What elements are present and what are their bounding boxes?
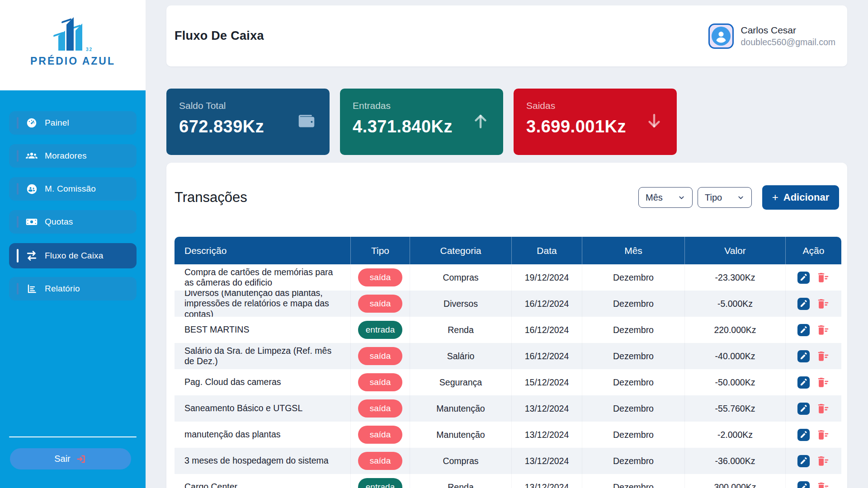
edit-button[interactable]	[797, 428, 811, 442]
cell-descricao: Salário da Sra. de Limpeza (Ref. mês de …	[175, 343, 350, 369]
user-icon	[712, 27, 731, 46]
cell-acao	[785, 264, 841, 291]
cell-mes: Dezembro	[582, 422, 684, 448]
card-label: Saldo Total	[179, 100, 317, 111]
edit-icon	[797, 271, 811, 285]
commission-icon	[25, 183, 38, 195]
card-saldo-total: Saldo Total 672.839Kz	[166, 89, 330, 155]
cell-data: 16/12/2024	[511, 291, 582, 317]
tipo-badge: entrada	[358, 321, 402, 339]
cell-descricao: Compra de cartões de memórias para as câ…	[175, 264, 350, 291]
edit-button[interactable]	[797, 349, 811, 363]
column-header-tipo: Tipo	[350, 237, 410, 264]
cell-acao	[785, 291, 841, 317]
delete-button[interactable]	[816, 403, 830, 415]
edit-button[interactable]	[797, 480, 811, 488]
cell-mes: Dezembro	[582, 474, 684, 488]
trash-icon	[816, 272, 830, 284]
sidebar-item-label: Fluxo de Caixa	[45, 251, 104, 261]
add-transaction-button[interactable]: + Adicionar	[762, 185, 839, 210]
tipo-badge: entrada	[358, 478, 402, 488]
trash-icon	[816, 429, 830, 441]
edit-button[interactable]	[797, 323, 811, 337]
page-title: Fluxo De Caixa	[175, 29, 264, 43]
delete-button[interactable]	[816, 298, 830, 310]
logout-label: Sair	[54, 454, 71, 464]
type-filter-select[interactable]: Tipo	[698, 187, 752, 208]
edit-button[interactable]	[797, 402, 811, 416]
summary-cards: Saldo Total 672.839Kz Entradas 4.371.840…	[166, 89, 677, 155]
cell-categoria: Compras	[410, 264, 511, 291]
table-row: 3 meses de hospedagem do sistema saída C…	[175, 448, 841, 474]
cell-mes: Dezembro	[582, 317, 684, 343]
cell-descricao: 3 meses de hospedagem do sistema	[175, 448, 350, 474]
avatar	[708, 23, 734, 49]
sidebar-item-relatorio[interactable]: Relatório	[9, 277, 137, 300]
tipo-badge: saída	[358, 373, 402, 391]
sidebar-item-label: Relatório	[45, 284, 80, 294]
cell-categoria: Manutenção	[410, 395, 511, 422]
cell-mes: Dezembro	[582, 343, 684, 369]
edit-icon	[797, 454, 811, 468]
trash-icon	[816, 481, 830, 488]
delete-button[interactable]	[816, 481, 830, 488]
table-row: BEST MARTINS entrada Renda 16/12/2024 De…	[175, 317, 841, 343]
cell-descricao: Pag. Cloud das cameras	[175, 369, 350, 395]
trash-icon	[816, 455, 830, 467]
logo-number: 32	[86, 47, 93, 52]
cell-categoria: Manutenção	[410, 422, 511, 448]
sidebar-item-label: Moradores	[45, 151, 87, 161]
trash-icon	[816, 298, 830, 310]
cell-descricao: manutenção das plantas	[175, 422, 350, 448]
trash-icon	[816, 324, 830, 336]
month-filter-label: Mês	[646, 192, 663, 203]
table-row: Saneamento Básico e UTGSL saída Manutenç…	[175, 395, 841, 422]
edit-button[interactable]	[797, 297, 811, 311]
trash-icon	[816, 350, 830, 362]
cell-categoria: Renda	[410, 317, 511, 343]
cell-acao	[785, 422, 841, 448]
sidebar-item-painel[interactable]: Painel	[9, 111, 137, 135]
delete-button[interactable]	[816, 376, 830, 389]
column-header-data: Data	[511, 237, 582, 264]
column-header-valor: Valor	[684, 237, 785, 264]
edit-button[interactable]	[797, 271, 811, 285]
delete-button[interactable]	[816, 272, 830, 284]
cell-valor: -55.760Kz	[684, 395, 785, 422]
card-label: Saidas	[526, 100, 664, 111]
delete-button[interactable]	[816, 350, 830, 362]
edit-button[interactable]	[797, 454, 811, 468]
cell-valor: -50.000Kz	[684, 369, 785, 395]
header-card: Fluxo De Caixa Carlos Cesar doublec560@g…	[166, 5, 847, 66]
cell-acao	[785, 448, 841, 474]
cell-data: 19/12/2024	[511, 264, 582, 291]
cell-tipo: saída	[350, 448, 410, 474]
sidebar-item-m-comissao[interactable]: M. Comissão	[9, 177, 137, 201]
edit-button[interactable]	[797, 375, 811, 389]
cell-categoria: Diversos	[410, 291, 511, 317]
delete-button[interactable]	[816, 429, 830, 441]
sidebar-item-label: Painel	[45, 118, 69, 128]
cell-tipo: saída	[350, 395, 410, 422]
cell-valor: -40.000Kz	[684, 343, 785, 369]
column-header-categoria: Categoria	[410, 237, 511, 264]
sidebar-divider	[9, 436, 137, 437]
sidebar-item-label: Quotas	[45, 217, 73, 227]
cell-valor: -2.000Kz	[684, 422, 785, 448]
cell-data: 16/12/2024	[511, 317, 582, 343]
cell-descricao: Diversos (Manutenção das plantas, impres…	[175, 291, 350, 317]
delete-button[interactable]	[816, 324, 830, 336]
delete-button[interactable]	[816, 455, 830, 467]
sidebar-item-fluxo-de-caixa[interactable]: Fluxo de Caixa	[9, 243, 137, 268]
sidebar-item-quotas[interactable]: Quotas	[9, 210, 137, 234]
cell-tipo: saída	[350, 369, 410, 395]
cell-tipo: saída	[350, 291, 410, 317]
cell-acao	[785, 343, 841, 369]
logout-button[interactable]: Sair	[10, 448, 131, 469]
cell-tipo: saída	[350, 343, 410, 369]
sidebar-item-moradores[interactable]: Moradores	[9, 144, 137, 168]
table-row: Pag. Cloud das cameras saída Segurança 1…	[175, 369, 841, 395]
add-button-label: Adicionar	[783, 192, 829, 203]
month-filter-select[interactable]: Mês	[638, 187, 693, 208]
gauge-icon	[25, 117, 38, 129]
